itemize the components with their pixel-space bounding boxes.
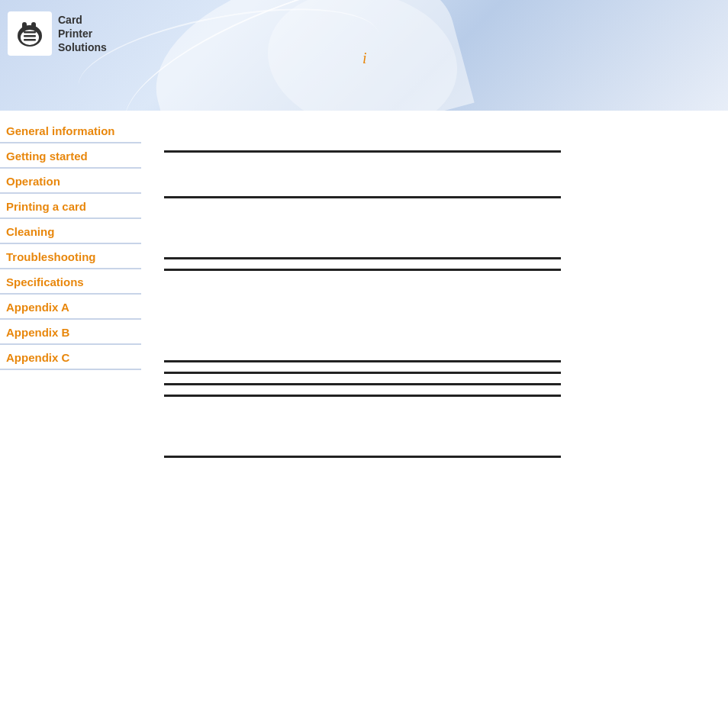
brand-line3: Solutions — [58, 40, 107, 54]
content-line-7 — [164, 383, 561, 385]
svg-rect-6 — [24, 35, 36, 37]
sidebar-item-appendix-b[interactable]: Appendix B — [0, 320, 141, 345]
zebra-logo-svg — [11, 14, 49, 53]
sidebar-nav: General information Getting started Oper… — [0, 111, 141, 728]
logo-text: Card Printer Solutions — [58, 13, 107, 55]
info-icon: i — [362, 50, 367, 67]
brand-line1: Card — [58, 13, 107, 27]
content-section-3 — [164, 257, 705, 271]
content-line-5 — [164, 360, 561, 362]
content-line-3 — [164, 257, 561, 259]
content-section-1 — [164, 150, 705, 153]
content-line-6 — [164, 372, 561, 374]
sidebar-item-troubleshooting[interactable]: Troubleshooting — [0, 244, 141, 269]
brand-line2: Printer — [58, 27, 107, 40]
main-layout: General information Getting started Oper… — [0, 111, 728, 728]
sidebar-item-operation[interactable]: Operation — [0, 169, 141, 194]
svg-rect-7 — [24, 39, 36, 41]
zebra-logo — [8, 11, 52, 56]
content-line-2 — [164, 196, 561, 198]
content-line-1 — [164, 150, 561, 153]
content-line-9 — [164, 456, 561, 458]
sidebar-item-getting-started[interactable]: Getting started — [0, 143, 141, 169]
content-section-4 — [164, 360, 705, 397]
sidebar-item-printing-a-card[interactable]: Printing a card — [0, 194, 141, 219]
logo-area: Card Printer Solutions — [8, 11, 107, 56]
content-line-4 — [164, 269, 561, 271]
sidebar-item-general-information[interactable]: General information — [0, 118, 141, 143]
content-section-5 — [164, 456, 705, 458]
content-line-8 — [164, 395, 561, 397]
header-banner: Card Printer Solutions i — [0, 0, 728, 111]
sidebar-item-cleaning[interactable]: Cleaning — [0, 219, 141, 244]
content-area — [141, 111, 728, 728]
sidebar-item-appendix-a[interactable]: Appendix A — [0, 295, 141, 320]
content-section-2 — [164, 196, 705, 198]
sidebar-item-appendix-c[interactable]: Appendix C — [0, 345, 141, 370]
sidebar-item-specifications[interactable]: Specifications — [0, 269, 141, 295]
svg-rect-5 — [24, 31, 36, 34]
